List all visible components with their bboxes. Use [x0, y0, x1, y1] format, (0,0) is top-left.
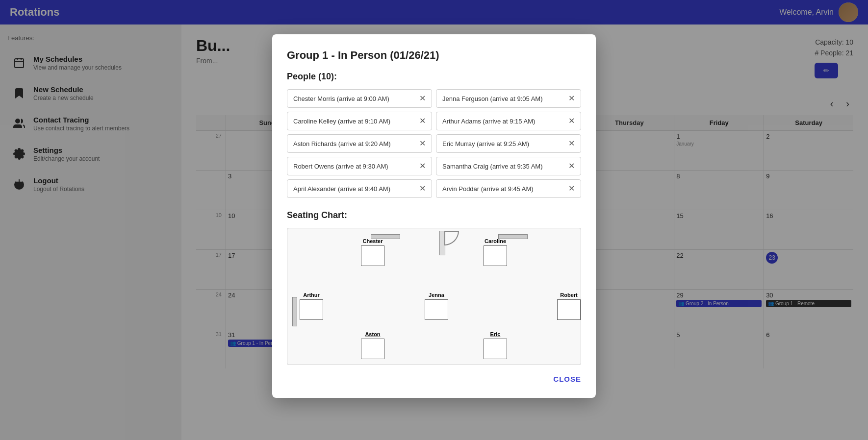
robert-desk-group: Robert — [557, 292, 581, 320]
caroline-desk-group: Caroline — [484, 238, 507, 266]
caroline-label: Caroline — [484, 238, 507, 244]
jenna-desk-group: Jenna — [425, 292, 448, 320]
aston-desk-group: Aston — [361, 331, 384, 359]
person-samantha: Samantha Craig (arrive at 9:35 AM) ✕ — [436, 157, 581, 175]
person-chester-remove[interactable]: ✕ — [419, 95, 426, 102]
person-eric: Eric Murray (arrive at 9:25 AM) ✕ — [436, 134, 581, 153]
eric-desk-group: Eric — [484, 331, 507, 359]
person-chester: Chester Morris (arrive at 9:00 AM) ✕ — [287, 89, 432, 108]
person-arvin: Arvin Poddar (arrive at 9:45 AM) ✕ — [436, 179, 581, 198]
modal-overlay: Group 1 - In Person (01/26/21) People (1… — [0, 0, 868, 440]
person-arthur-remove[interactable]: ✕ — [568, 117, 575, 125]
robert-desk — [557, 299, 581, 320]
person-aston: Aston Richards (arrive at 9:20 AM) ✕ — [287, 134, 432, 153]
aston-label: Aston — [361, 331, 384, 337]
person-aston-name: Aston Richards (arrive at 9:20 AM) — [293, 140, 391, 147]
seating-chart-label: Seating Chart: — [287, 210, 581, 220]
eric-desk — [484, 339, 507, 359]
modal: Group 1 - In Person (01/26/21) People (1… — [272, 34, 596, 398]
person-caroline-remove[interactable]: ✕ — [419, 117, 426, 125]
modal-close-button[interactable]: CLOSE — [287, 375, 581, 383]
person-caroline: Caroline Kelley (arrive at 9:10 AM) ✕ — [287, 112, 432, 130]
chester-desk-group: Chester — [361, 238, 384, 266]
door-arc — [444, 231, 459, 245]
person-jenna-name: Jenna Ferguson (arrive at 9:05 AM) — [442, 95, 543, 102]
arthur-desk — [300, 299, 323, 320]
person-robert: Robert Owens (arrive at 9:30 AM) ✕ — [287, 157, 432, 175]
people-section-label: People (10): — [287, 72, 581, 82]
chester-desk — [361, 245, 384, 266]
person-april-remove[interactable]: ✕ — [419, 185, 426, 193]
robert-wall: Robert — [557, 292, 581, 320]
caroline-desk — [484, 245, 507, 266]
seating-chart: Chester Caroline Arthur Jenna — [287, 228, 581, 365]
arthur-label: Arthur — [300, 292, 323, 298]
person-robert-remove[interactable]: ✕ — [419, 162, 426, 170]
person-samantha-remove[interactable]: ✕ — [568, 162, 575, 170]
person-arthur-name: Arthur Adams (arrive at 9:15 AM) — [442, 118, 535, 125]
person-chester-name: Chester Morris (arrive at 9:00 AM) — [293, 95, 389, 102]
person-eric-name: Eric Murray (arrive at 9:25 AM) — [442, 140, 529, 147]
person-arthur: Arthur Adams (arrive at 9:15 AM) ✕ — [436, 112, 581, 130]
person-eric-remove[interactable]: ✕ — [568, 140, 575, 147]
person-arvin-remove[interactable]: ✕ — [568, 185, 575, 193]
person-robert-name: Robert Owens (arrive at 9:30 AM) — [293, 163, 388, 170]
jenna-label: Jenna — [425, 292, 448, 298]
eric-label: Eric — [484, 331, 507, 337]
person-april: April Alexander (arrive at 9:40 AM) ✕ — [287, 179, 432, 198]
person-april-name: April Alexander (arrive at 9:40 AM) — [293, 185, 390, 193]
person-samantha-name: Samantha Craig (arrive at 9:35 AM) — [442, 163, 542, 170]
arthur-wall: Arthur — [292, 292, 323, 320]
people-grid: Chester Morris (arrive at 9:00 AM) ✕ Jen… — [287, 89, 581, 198]
person-aston-remove[interactable]: ✕ — [419, 140, 426, 147]
person-jenna: Jenna Ferguson (arrive at 9:05 AM) ✕ — [436, 89, 581, 108]
aston-desk — [361, 339, 384, 359]
modal-title: Group 1 - In Person (01/26/21) — [287, 49, 581, 62]
robert-label: Robert — [557, 292, 581, 298]
person-jenna-remove[interactable]: ✕ — [568, 95, 575, 102]
person-arvin-name: Arvin Poddar (arrive at 9:45 AM) — [442, 185, 534, 193]
arthur-desk-group: Arthur — [300, 292, 323, 320]
chester-label: Chester — [361, 238, 384, 244]
jenna-desk — [425, 299, 448, 320]
person-caroline-name: Caroline Kelley (arrive at 9:10 AM) — [293, 118, 390, 125]
left-wall — [292, 297, 297, 326]
